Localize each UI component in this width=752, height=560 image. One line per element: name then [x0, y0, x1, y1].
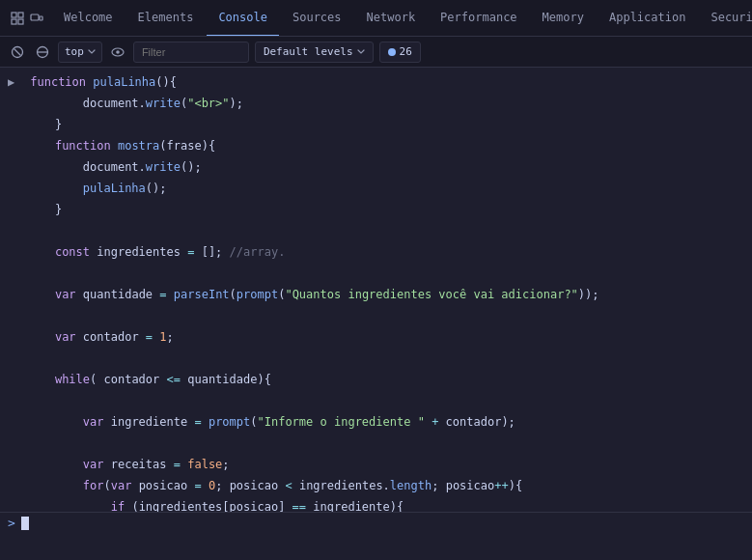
tab-network[interactable]: Network	[355, 0, 428, 37]
eye-button[interactable]	[108, 42, 127, 62]
code-line: const ingredientes = []; //array.	[0, 241, 752, 263]
console-input-line[interactable]: >	[0, 512, 752, 533]
code-line: while( contador <= quantidade){	[0, 369, 752, 390]
log-levels-dropdown[interactable]: Default levels	[255, 42, 374, 63]
clear-console-button[interactable]	[8, 42, 27, 62]
code-line: var quantidade = parseInt(prompt("Quanto…	[0, 284, 752, 305]
tab-welcome[interactable]: Welcome	[52, 0, 125, 37]
chevron-down-icon	[357, 49, 365, 54]
tab-memory[interactable]: Memory	[531, 0, 596, 37]
issue-dot	[388, 48, 396, 56]
context-dropdown[interactable]: top	[58, 42, 102, 63]
tab-console[interactable]: Console	[207, 0, 279, 37]
code-line	[0, 433, 752, 454]
code-line: document.write("<br>");	[0, 93, 752, 114]
issue-badge: 26	[379, 42, 421, 63]
inspect-icon[interactable]	[10, 11, 25, 26]
tab-application[interactable]: Application	[598, 0, 697, 37]
code-line	[0, 348, 752, 369]
tab-performance[interactable]: Performance	[429, 0, 528, 37]
code-line: ▶ function pulaLinha(){	[0, 71, 752, 93]
code-line	[0, 263, 752, 284]
code-line	[0, 390, 752, 411]
tab-elements[interactable]: Elements	[126, 0, 206, 37]
svg-rect-1	[18, 13, 23, 17]
code-line: }	[0, 114, 752, 135]
chevron-down-icon	[88, 49, 96, 54]
code-line: pulaLinha();	[0, 178, 752, 199]
code-line: for(var posicao = 0; posicao < ingredien…	[0, 475, 752, 496]
svg-rect-3	[18, 19, 23, 24]
cursor	[21, 517, 29, 530]
svg-rect-2	[12, 19, 16, 24]
collapse-arrow[interactable]: ▶	[8, 73, 23, 91]
code-line: function mostra(frase){	[0, 135, 752, 156]
code-line	[0, 305, 752, 326]
code-line: }	[0, 199, 752, 220]
filter-input[interactable]	[133, 42, 249, 63]
console-output[interactable]: ▶ function pulaLinha(){ document.write("…	[0, 68, 752, 512]
tab-sources[interactable]: Sources	[281, 0, 353, 37]
tab-security[interactable]: Security	[699, 0, 752, 37]
svg-rect-0	[12, 13, 16, 17]
svg-rect-5	[40, 16, 42, 20]
svg-line-7	[14, 48, 21, 55]
console-toolbar: top Default levels 26	[0, 37, 752, 68]
svg-rect-4	[31, 14, 39, 20]
code-line: var ingrediente = prompt("Informe o ingr…	[0, 411, 752, 433]
device-toolbar-icon[interactable]	[29, 11, 44, 26]
code-line	[0, 220, 752, 241]
svg-point-11	[116, 50, 120, 54]
block-button[interactable]	[33, 42, 52, 62]
tab-bar: Welcome Elements Console Sources Network…	[0, 0, 752, 37]
code-line: document.write();	[0, 156, 752, 178]
code-line: if (ingredientes[posicao] == ingrediente…	[0, 496, 752, 512]
code-line: var receitas = false;	[0, 454, 752, 475]
code-line: var contador = 1;	[0, 326, 752, 348]
